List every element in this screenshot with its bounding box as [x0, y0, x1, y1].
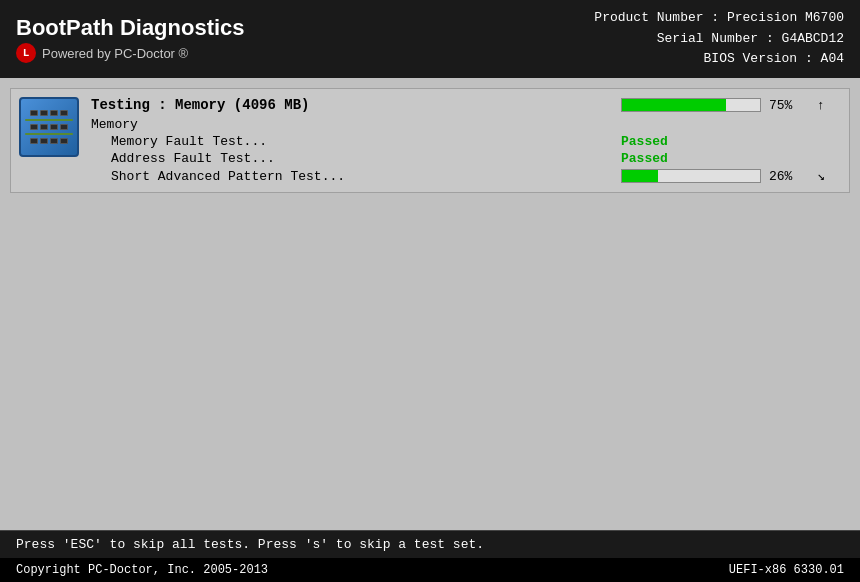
chip — [40, 110, 48, 116]
main-content: Testing : Memory (4096 MB) 75% ↑ Memory … — [0, 78, 860, 530]
main-test-row: Testing : Memory (4096 MB) 75% ↑ — [91, 97, 841, 113]
chip — [40, 138, 48, 144]
app-header: BootPath Diagnostics L Powered by PC-Doc… — [0, 0, 860, 78]
sub-test-row-2: Address Fault Test... Passed — [111, 151, 841, 166]
serial-number-line: Serial Number : G4ABCD12 — [594, 29, 844, 50]
app-title: BootPath Diagnostics — [16, 15, 245, 41]
chip — [30, 110, 38, 116]
main-progress-percent: 75% — [769, 98, 809, 113]
chip — [60, 138, 68, 144]
chip — [60, 124, 68, 130]
sub-progress-percent-3: 26% — [769, 169, 809, 184]
sub-test-row-1: Memory Fault Test... Passed — [111, 134, 841, 149]
chip — [60, 110, 68, 116]
chip-row-2 — [30, 124, 68, 130]
main-test-right: 75% ↑ — [621, 98, 841, 113]
sub-test-right-2: Passed — [621, 151, 841, 166]
bios-version-value: A04 — [821, 51, 844, 66]
sub-test-name-2: Address Fault Test... — [111, 151, 621, 166]
product-number-label: Product Number — [594, 10, 703, 25]
chip-row-3 — [30, 138, 68, 144]
board-line — [25, 133, 73, 135]
footer-copyright: Copyright PC-Doctor, Inc. 2005-2013 UEFI… — [0, 558, 860, 582]
footer: Press 'ESC' to skip all tests. Press 's'… — [0, 530, 860, 582]
chip — [50, 110, 58, 116]
spinner-icon: ↑ — [817, 98, 825, 113]
memory-icon — [19, 97, 79, 157]
serial-number-value: G4ABCD12 — [782, 31, 844, 46]
sub-test-right-3: 26% ↘ — [621, 168, 841, 184]
chip — [30, 138, 38, 144]
spinner-icon-2: ↘ — [817, 168, 825, 184]
board-line — [25, 119, 73, 121]
main-progress-bar — [621, 98, 761, 112]
powered-by: L Powered by PC-Doctor ® — [16, 43, 245, 63]
bios-version-label: BIOS Version — [704, 51, 798, 66]
chip — [40, 124, 48, 130]
main-progress-fill — [622, 99, 726, 111]
test-category: Memory — [91, 117, 841, 132]
sub-test-right-1: Passed — [621, 134, 841, 149]
product-number-value: Precision M6700 — [727, 10, 844, 25]
powered-by-text: Powered by PC-Doctor ® — [42, 46, 188, 61]
header-product-info: Product Number : Precision M6700 Serial … — [594, 8, 844, 70]
test-main-title: Testing : Memory (4096 MB) — [91, 97, 309, 113]
header-left: BootPath Diagnostics L Powered by PC-Doc… — [16, 15, 245, 63]
sub-test-name-1: Memory Fault Test... — [111, 134, 621, 149]
bios-version-line: BIOS Version : A04 — [594, 49, 844, 70]
sub-test-status-2: Passed — [621, 151, 668, 166]
test-details: Testing : Memory (4096 MB) 75% ↑ Memory … — [91, 97, 841, 184]
chip-row-1 — [30, 110, 68, 116]
copyright-text: Copyright PC-Doctor, Inc. 2005-2013 — [16, 563, 268, 577]
pcd-logo-icon: L — [16, 43, 36, 63]
footer-instruction: Press 'ESC' to skip all tests. Press 's'… — [0, 530, 860, 558]
sub-test-status-1: Passed — [621, 134, 668, 149]
chip — [50, 124, 58, 130]
test-item: Testing : Memory (4096 MB) 75% ↑ Memory … — [10, 88, 850, 193]
chip — [30, 124, 38, 130]
sub-test-row-3: Short Advanced Pattern Test... 26% ↘ — [111, 168, 841, 184]
sub-progress-fill-3 — [622, 170, 658, 182]
version-text: UEFI-x86 6330.01 — [729, 563, 844, 577]
sub-test-name-3: Short Advanced Pattern Test... — [111, 169, 621, 184]
chip — [50, 138, 58, 144]
sub-progress-bar-3 — [621, 169, 761, 183]
serial-number-label: Serial Number — [657, 31, 758, 46]
product-number-line: Product Number : Precision M6700 — [594, 8, 844, 29]
